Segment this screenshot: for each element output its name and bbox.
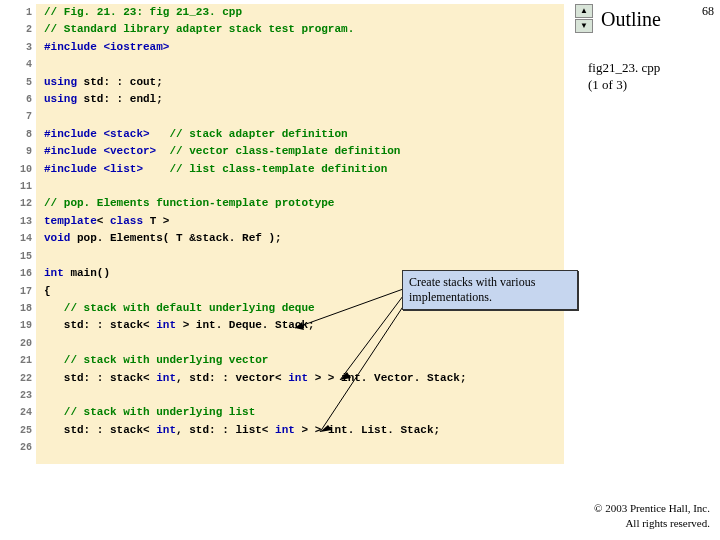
file-name: fig21_23. cpp [588, 60, 708, 77]
nav-down-button[interactable]: ▼ [575, 19, 593, 33]
copyright-line1: © 2003 Prentice Hall, Inc. [594, 501, 710, 515]
code-panel: 1234567891011121314151617181920212223242… [4, 4, 564, 464]
file-info: fig21_23. cpp (1 of 3) [588, 60, 708, 94]
outline-title: Outline [601, 8, 661, 31]
line-numbers: 1234567891011121314151617181920212223242… [4, 4, 36, 464]
outline-panel: ▲ ▼ Outline [575, 4, 710, 34]
copyright-line2: All rights reserved. [594, 516, 710, 530]
callout-box: Create stacks with various implementatio… [402, 270, 578, 310]
outline-nav: ▲ ▼ [575, 4, 593, 34]
code-body: // Fig. 21. 23: fig 21_23. cpp // Standa… [36, 4, 467, 464]
file-part: (1 of 3) [588, 77, 708, 94]
copyright: © 2003 Prentice Hall, Inc. All rights re… [594, 501, 710, 530]
nav-up-button[interactable]: ▲ [575, 4, 593, 18]
